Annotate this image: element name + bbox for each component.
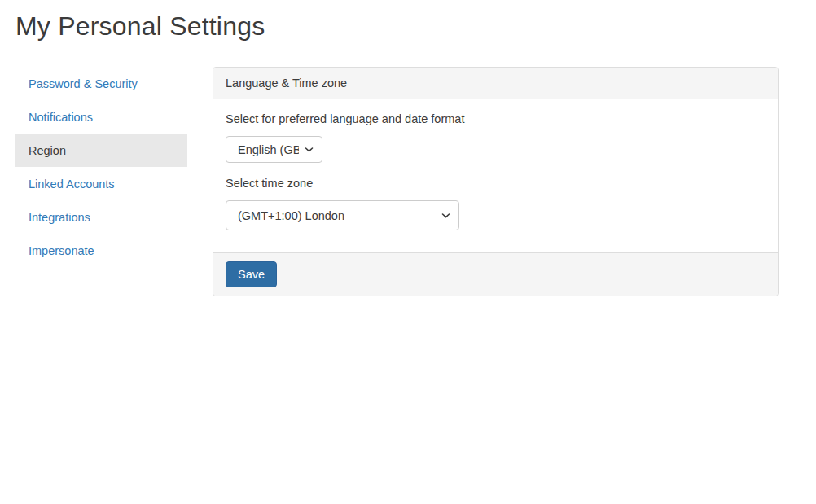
sidebar-link-notifications[interactable]: Notifications [29,111,93,124]
sidebar-item-integrations[interactable]: Integrations [15,200,187,234]
panel-heading: Language & Time zone [213,68,778,99]
sidebar-item-linked-accounts[interactable]: Linked Accounts [15,167,187,200]
sidebar-item-notifications[interactable]: Notifications [15,100,187,134]
panel-footer: Save [213,252,778,296]
page-title: My Personal Settings [15,11,816,42]
settings-sidebar: Password & Security Notifications Region… [15,67,187,267]
language-select-wrap: English (GB) [226,136,322,163]
settings-layout: Password & Security Notifications Region… [15,67,779,296]
sidebar-link-impersonate[interactable]: Impersonate [29,244,94,257]
sidebar-link-linked-accounts[interactable]: Linked Accounts [29,177,115,191]
timezone-select[interactable]: (GMT+1:00) London [226,200,459,230]
language-label: Select for preferred language and date f… [226,112,766,125]
panel-body: Select for preferred language and date f… [213,99,778,252]
sidebar-link-integrations[interactable]: Integrations [29,211,90,224]
language-select[interactable]: English (GB) [226,136,322,163]
sidebar-label-region: Region [29,144,66,157]
language-timezone-panel: Language & Time zone Select for preferre… [213,67,779,296]
timezone-label: Select time zone [226,177,766,190]
sidebar-item-region[interactable]: Region [15,134,187,167]
timezone-select-wrap: (GMT+1:00) London [226,200,459,230]
sidebar-item-password-security[interactable]: Password & Security [15,67,187,100]
save-button[interactable]: Save [226,261,277,287]
sidebar-item-impersonate[interactable]: Impersonate [15,234,187,267]
sidebar-link-password-security[interactable]: Password & Security [29,77,138,90]
